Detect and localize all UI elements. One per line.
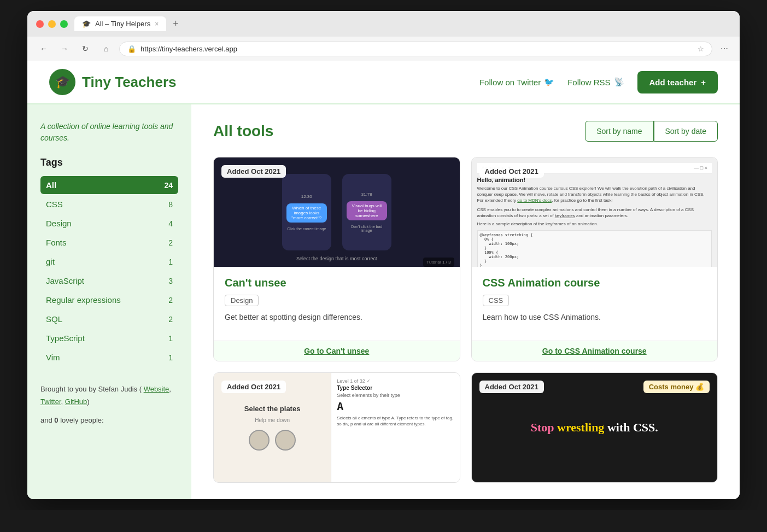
mock-css-right: Level 1 of 32 ✓ Type Selector Select ele…	[331, 373, 459, 482]
app-container: 🎓 Tiny Teachers Follow on Twitter 🐦 Foll…	[27, 61, 740, 499]
refresh-button[interactable]: ↻	[78, 41, 93, 56]
card-link-css-animation[interactable]: Go to CSS Animation course	[472, 341, 718, 361]
main-layout: A collection of online learning tools an…	[27, 104, 740, 499]
tag-item-fonts[interactable]: Fonts 2	[40, 233, 178, 252]
tab-title: All – Tiny Helpers	[95, 20, 150, 28]
tag-item-git[interactable]: git 1	[40, 253, 178, 271]
fullscreen-traffic-light[interactable]	[60, 20, 68, 28]
tag-item-design[interactable]: Design 4	[40, 214, 178, 232]
tag-label-typescript: TypeScript	[46, 334, 85, 343]
tag-label-fonts: Fonts	[46, 238, 67, 247]
mock-type-desc: Selects all elements of type A. Type ref…	[337, 415, 454, 427]
card-body-css-animation: CSS Animation course CSS Learn how to us…	[472, 267, 718, 341]
traffic-lights	[36, 20, 68, 28]
rss-icon: 📡	[614, 77, 624, 87]
minimize-traffic-light[interactable]	[48, 20, 56, 28]
tag-count-javascript: 3	[168, 277, 173, 285]
twitter-label: Follow on Twitter	[479, 78, 541, 87]
card-css-animation: Animations ▼ — □ × Hello, animation! Wel…	[471, 157, 718, 361]
back-button[interactable]: ←	[36, 41, 51, 56]
money-icon: 💰	[695, 383, 704, 391]
mock-css-code: @keyframes stretching { 0% { width: 100p…	[477, 230, 712, 267]
mock-plate-2	[275, 430, 296, 451]
credit-twitter-link[interactable]: Twitter	[40, 397, 61, 406]
add-teacher-button[interactable]: Add teacher +	[637, 71, 718, 93]
logo-icon: 🎓	[49, 69, 75, 95]
content-header: All tools Sort by name Sort by date	[213, 121, 718, 142]
tag-item-javascript[interactable]: JavaScript 3	[40, 272, 178, 290]
tag-label-javascript: JavaScript	[46, 276, 84, 285]
sidebar-people: and 0 lovely people:	[40, 416, 178, 424]
app-header: 🎓 Tiny Teachers Follow on Twitter 🐦 Foll…	[27, 61, 740, 104]
close-traffic-light[interactable]	[36, 20, 44, 28]
address-bar[interactable]: 🔒 https://tiny-teachers.vercel.app ☆	[119, 42, 712, 56]
card-badge-bottom-left: Added Oct 2021	[221, 381, 286, 393]
mock-css-sample: Here is a sample description of the keyf…	[477, 221, 712, 227]
tag-count-design: 4	[168, 219, 173, 228]
people-count: 0	[54, 416, 58, 424]
card-image-css-tricks: Stop wrestling with CSS. Added Oct 2021 …	[472, 373, 718, 482]
add-teacher-plus-icon: +	[701, 78, 706, 87]
credit-website-link[interactable]: Website	[144, 385, 169, 393]
tag-count-git: 1	[168, 258, 173, 266]
tag-count-all: 24	[164, 181, 173, 190]
card-link-cant-unsee[interactable]: Go to Can't unsee	[214, 341, 460, 361]
costs-money-label: Costs money	[649, 383, 694, 391]
follow-rss-link[interactable]: Follow RSS 📡	[567, 77, 624, 87]
sidebar-credit: Brought to you by Stefan Judis ( Website…	[40, 383, 178, 408]
browser-toolbar: ← → ↻ ⌂ 🔒 https://tiny-teachers.vercel.a…	[27, 37, 740, 61]
card-bottom-left: Select the plates Help me down Level 1 o…	[213, 372, 460, 483]
browser-titlebar: 🎓 All – Tiny Helpers × +	[27, 11, 740, 37]
active-tab[interactable]: 🎓 All – Tiny Helpers ×	[74, 16, 166, 31]
card-badge-css-animation: Added Oct 2021	[479, 165, 544, 178]
card-title-css-animation: CSS Animation course	[483, 277, 707, 289]
follow-twitter-link[interactable]: Follow on Twitter 🐦	[479, 77, 554, 87]
tags-heading: Tags	[40, 157, 178, 168]
extensions-button[interactable]: ⋯	[718, 42, 731, 55]
url-text: https://tiny-teachers.vercel.app	[140, 45, 693, 53]
card-image-bottom-left: Select the plates Help me down Level 1 o…	[214, 373, 460, 482]
home-button[interactable]: ⌂	[98, 41, 114, 56]
tag-label-regex: Regular expressions	[46, 295, 121, 305]
card-badge-css-tricks: Added Oct 2021	[479, 381, 544, 393]
tab-close-button[interactable]: ×	[155, 20, 159, 28]
tag-item-sql[interactable]: SQL 2	[40, 310, 178, 328]
tag-item-css[interactable]: CSS 8	[40, 195, 178, 213]
tutorial-indicator: Tutorial 1 / 3	[423, 258, 454, 267]
tag-item-regex[interactable]: Regular expressions 2	[40, 291, 178, 309]
header-actions: Follow on Twitter 🐦 Follow RSS 📡 Add tea…	[479, 71, 718, 93]
card-desc-cant-unsee: Get better at spotting design difference…	[225, 312, 449, 323]
tab-bar: 🎓 All – Tiny Helpers × +	[74, 16, 731, 31]
tag-label-design: Design	[46, 219, 72, 228]
mock-phone-2: 31:78 Visual bugs will be hiding somewhe…	[342, 174, 391, 250]
mock-msg-2: Visual bugs will be hiding somewhere	[347, 201, 387, 220]
tab-favicon: 🎓	[82, 20, 91, 28]
new-tab-button[interactable]: +	[173, 18, 179, 30]
card-title-cant-unsee: Can't unsee	[225, 277, 449, 289]
add-teacher-label: Add teacher	[649, 78, 697, 87]
credit-github-link[interactable]: GitHub	[65, 397, 87, 406]
card-badge-cant-unsee: Added Oct 2021	[221, 165, 286, 178]
sort-buttons: Sort by name Sort by date	[585, 121, 718, 142]
sidebar-tagline: A collection of online learning tools an…	[40, 121, 178, 144]
mock-headline: Stop wrestling with CSS.	[531, 420, 658, 435]
tag-item-vim[interactable]: Vim 1	[40, 348, 178, 366]
mock-anim-controls: — □ ×	[694, 165, 707, 171]
mock-type-code: A	[337, 400, 454, 413]
mock-level-text: Level 1 of 32 ✓	[337, 378, 454, 384]
cards-grid: 12:30 Which of these images looks "more …	[213, 157, 718, 483]
tag-list: All 24 CSS 8 Design 4 Fonts 2	[40, 176, 178, 366]
tag-item-typescript[interactable]: TypeScript 1	[40, 329, 178, 347]
mock-plate-circles	[249, 430, 296, 451]
rss-label: Follow RSS	[567, 78, 610, 87]
content-area: All tools Sort by name Sort by date 12:3…	[191, 104, 740, 499]
mock-type-title: Type Selector	[337, 385, 454, 391]
tag-count-sql: 2	[168, 315, 173, 324]
logo-text: Tiny Teachers	[82, 74, 176, 91]
logo-area: 🎓 Tiny Teachers	[49, 69, 176, 95]
sort-by-date-button[interactable]: Sort by date	[654, 121, 718, 142]
bookmark-icon[interactable]: ☆	[698, 45, 704, 53]
sort-by-name-button[interactable]: Sort by name	[585, 121, 653, 142]
tag-item-all[interactable]: All 24	[40, 176, 178, 194]
forward-button[interactable]: →	[57, 41, 72, 56]
